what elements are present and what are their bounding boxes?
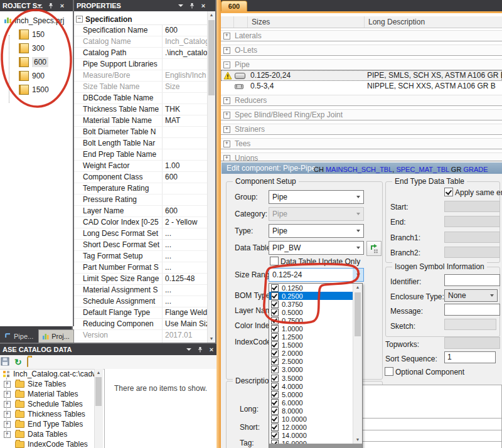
checked-checkbox-icon[interactable]: [271, 333, 279, 341]
component-row[interactable]: 0.5-3,4 NIPPLE, SCH XXS, ASTM A106 GR B: [221, 81, 502, 92]
chevron-down-icon[interactable]: [353, 242, 363, 254]
checked-checkbox-icon[interactable]: [271, 415, 279, 423]
group-combobox[interactable]: Pipe: [269, 190, 364, 204]
spec-tree-item[interactable]: 1500: [0, 83, 73, 97]
catalog-folder-item[interactable]: + Data Tables: [0, 429, 94, 439]
size-option[interactable]: 1.5000: [269, 341, 353, 349]
optional-component-checkbox[interactable]: [385, 367, 393, 376]
size-option[interactable]: 0.3750: [269, 300, 353, 308]
size-option[interactable]: 1.2500: [269, 333, 353, 341]
checked-checkbox-icon[interactable]: [271, 325, 279, 333]
expand-icon[interactable]: +: [223, 141, 230, 147]
size-option[interactable]: 2.5000: [269, 358, 353, 366]
properties-group-header[interactable]: − Specification: [74, 14, 208, 25]
scrollbar-thumb[interactable]: [355, 292, 361, 336]
catalog-folder-item[interactable]: + Thickness Tables: [0, 409, 94, 419]
spec-tree-item[interactable]: 900: [0, 69, 73, 83]
scroll-up-icon[interactable]: ▲: [354, 284, 361, 291]
chevron-down-icon[interactable]: [353, 191, 363, 203]
property-value[interactable]: [163, 195, 208, 205]
checked-checkbox-icon[interactable]: [271, 358, 279, 365]
size-range-combobox[interactable]: 0.125-24: [269, 268, 364, 282]
expand-icon[interactable]: +: [223, 112, 230, 119]
size-option[interactable]: 5.0000: [269, 390, 353, 398]
expand-icon[interactable]: +: [223, 97, 230, 104]
size-option[interactable]: 0.7500: [269, 316, 353, 324]
pin-icon[interactable]: [188, 0, 196, 11]
component-group-row[interactable]: + Unions: [221, 152, 502, 161]
property-value[interactable]: English/Inch: [163, 70, 208, 81]
size-option[interactable]: 0.2500: [269, 292, 353, 300]
catalog-folder-item[interactable]: + Material Tables: [0, 389, 94, 399]
property-value[interactable]: Inch_Catalog.cat: [163, 36, 208, 47]
close-icon[interactable]: ×: [58, 0, 67, 11]
checked-checkbox-icon[interactable]: [271, 309, 279, 316]
identifier-input[interactable]: [444, 274, 500, 286]
catalog-folder-item[interactable]: + IndexCode Tables: [0, 439, 94, 448]
checked-checkbox-icon[interactable]: [271, 301, 279, 308]
close-icon[interactable]: ×: [199, 0, 208, 11]
property-value[interactable]: 600: [163, 172, 208, 183]
size-option[interactable]: 0.5000: [269, 308, 353, 316]
chevron-down-icon[interactable]: [353, 269, 363, 281]
property-value[interactable]: 600: [163, 206, 208, 216]
catalog-folder-item[interactable]: + Size Tables: [0, 379, 94, 389]
checked-checkbox-icon[interactable]: [271, 366, 279, 373]
size-option[interactable]: 1.0000: [269, 324, 353, 333]
property-value[interactable]: THK: [163, 104, 208, 115]
checked-checkbox-icon[interactable]: [271, 341, 279, 349]
expand-icon[interactable]: +: [4, 391, 11, 398]
size-option[interactable]: 0.1250: [269, 284, 353, 292]
property-value[interactable]: 1.00: [163, 161, 208, 171]
catalog-folder-item[interactable]: + End Type Tables: [0, 419, 94, 429]
data-table-combobox[interactable]: PIP_BW: [269, 241, 364, 255]
tree-root-project[interactable]: Inch_Specs.prj: [0, 14, 73, 28]
size-option[interactable]: 10.0000: [269, 415, 353, 424]
scrollbar-thumb[interactable]: [208, 20, 215, 95]
property-value[interactable]: ...: [163, 228, 208, 239]
expand-icon[interactable]: +: [4, 381, 11, 388]
panel-menu-icon[interactable]: [35, 0, 44, 11]
scrollbar-thumb[interactable]: [95, 377, 102, 406]
checked-checkbox-icon[interactable]: [271, 399, 279, 407]
property-value[interactable]: Use Main Size: [163, 319, 208, 329]
property-value[interactable]: [163, 183, 208, 194]
checked-checkbox-icon[interactable]: [271, 292, 279, 300]
expand-icon[interactable]: +: [4, 431, 11, 438]
property-value[interactable]: 0.125-48: [163, 274, 208, 284]
data-table-update-only-checkbox[interactable]: [270, 257, 279, 265]
checked-checkbox-icon[interactable]: [271, 391, 279, 398]
checked-checkbox-icon[interactable]: [271, 284, 279, 292]
scroll-down-icon[interactable]: ▼: [208, 335, 215, 343]
size-option[interactable]: 3.0000: [269, 366, 353, 374]
checked-checkbox-icon[interactable]: [271, 375, 279, 382]
expand-icon[interactable]: +: [4, 421, 11, 428]
component-group-row[interactable]: + Spec Blind/Bleed Ring/Exp Joint: [221, 109, 502, 120]
property-value[interactable]: ...: [163, 251, 208, 262]
checked-checkbox-icon[interactable]: [271, 407, 279, 415]
size-option[interactable]: 12.0000: [269, 424, 353, 432]
catalog-root-item[interactable]: Inch_Catalog.cat-c:\cadw: [0, 369, 94, 379]
property-value[interactable]: 2017.01: [163, 330, 208, 341]
tab-pipe[interactable]: Pipe...: [1, 330, 37, 343]
property-value[interactable]: ...: [163, 285, 208, 296]
dropdown-scrollbar[interactable]: ▲ ▼: [353, 284, 362, 444]
spec-tree-item[interactable]: 150: [0, 28, 73, 41]
dropdown-resize-grip[interactable]: [269, 444, 362, 448]
property-value[interactable]: ...: [163, 240, 208, 250]
property-value[interactable]: [163, 93, 208, 104]
chevron-down-icon[interactable]: [486, 290, 497, 301]
property-value[interactable]: [163, 59, 208, 70]
property-value[interactable]: Size: [163, 82, 208, 92]
assign-data-table-button[interactable]: [366, 241, 382, 256]
column-long-description[interactable]: Long Description: [364, 16, 502, 28]
apply-same-end-type-checkbox[interactable]: [444, 188, 453, 196]
size-option[interactable]: 8.0000: [269, 407, 353, 415]
checked-checkbox-icon[interactable]: [271, 383, 279, 390]
refresh-icon[interactable]: ↻: [14, 358, 22, 366]
scroll-up-icon[interactable]: ▲: [208, 11, 215, 19]
panel-menu-icon[interactable]: [176, 0, 185, 11]
enclosure-type-combobox[interactable]: None: [444, 289, 498, 302]
expand-icon[interactable]: −: [223, 61, 230, 68]
save-icon[interactable]: [1, 357, 9, 368]
